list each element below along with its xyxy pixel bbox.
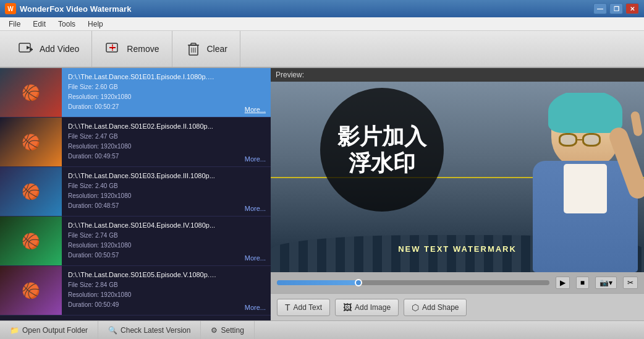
file-duration: Duration: 00:50:49 xyxy=(68,300,234,310)
add-text-label: Add Text xyxy=(294,303,322,312)
thumbnail-image: 🏀 xyxy=(0,167,62,216)
clear-button[interactable]: Clear xyxy=(172,31,240,67)
watermark-text-chinese: 影片加入 浮水印 xyxy=(337,123,426,176)
file-resolution: Resolution: 1920x1080 xyxy=(68,92,234,102)
file-more-button[interactable]: More... xyxy=(240,300,271,315)
image-icon: 🖼 xyxy=(343,303,352,312)
file-more-button[interactable]: More... xyxy=(240,201,271,216)
menu-tools[interactable]: Tools xyxy=(52,19,82,30)
progress-fill xyxy=(277,280,358,285)
play-button[interactable]: ▶ xyxy=(556,277,570,289)
file-resolution: Resolution: 1920x1080 xyxy=(68,191,234,201)
file-resolution: Resolution: 1920x1080 xyxy=(68,290,234,300)
status-bar: 📁 Open Output Folder 🔍 Check Latest Vers… xyxy=(0,320,644,339)
scissors-button[interactable]: ✂ xyxy=(623,277,638,289)
main-area: 🏀 D:\.\The.Last.Dance.S01E01.Episode.I.1… xyxy=(0,68,644,320)
remove-button[interactable]: Remove xyxy=(92,31,172,67)
preview-area: Preview: 影片加入 浮水印 NEW TEXT WATERMARK xyxy=(271,68,644,320)
file-thumbnail: 🏀 xyxy=(0,167,62,216)
file-resolution: Resolution: 1920x1080 xyxy=(68,241,234,251)
menu-edit[interactable]: Edit xyxy=(27,19,52,30)
search-icon: 🔍 xyxy=(108,326,117,335)
thumbnail-image: 🏀 xyxy=(0,217,62,265)
file-info: D:\.\The.Last.Dance.S01E03.Episode.III.1… xyxy=(62,167,240,216)
video-scene: 影片加入 浮水印 NEW TEXT WATERMARK xyxy=(271,82,644,272)
title-bar: W WonderFox Video Watermark — ❐ ✕ xyxy=(0,0,644,17)
close-button[interactable]: ✕ xyxy=(625,3,639,14)
file-name: D:\.\The.Last.Dance.S01E03.Episode.III.1… xyxy=(68,172,216,179)
list-item[interactable]: 🏀 D:\.\The.Last.Dance.S01E01.Episode.I.1… xyxy=(0,68,271,118)
file-name: D:\.\The.Last.Dance.S01E04.Episode.IV.10… xyxy=(68,221,216,229)
text-icon: T xyxy=(285,303,290,312)
menu-bar: File Edit Tools Help xyxy=(0,17,644,31)
file-size: File Size: 2.84 GB xyxy=(68,280,234,290)
list-item[interactable]: 🏀 D:\.\The.Last.Dance.S01E04.Episode.IV.… xyxy=(0,217,271,266)
file-duration: Duration: 00:49:57 xyxy=(68,152,234,161)
file-thumbnail: 🏀 xyxy=(0,118,62,166)
add-video-icon xyxy=(17,40,35,58)
watermark-tools: T Add Text 🖼 Add Image ⬡ Add Shape xyxy=(271,293,644,320)
file-thumbnail: 🏀 xyxy=(0,217,62,265)
list-item[interactable]: 🏀 D:\.\The.Last.Dance.S01E03.Episode.III… xyxy=(0,167,271,217)
file-info: D:\.\The.Last.Dance.S01E05.Episode.V.108… xyxy=(62,266,240,315)
remove-icon xyxy=(104,40,122,58)
progress-bar[interactable] xyxy=(277,280,549,285)
remove-label: Remove xyxy=(127,44,159,54)
add-video-button[interactable]: Add Video xyxy=(5,31,92,67)
stop-button[interactable]: ■ xyxy=(576,277,589,289)
title-controls: — ❐ ✕ xyxy=(593,3,639,14)
menu-help[interactable]: Help xyxy=(82,19,109,30)
check-version-label: Check Latest Version xyxy=(121,326,190,335)
camera-icon: 📷▾ xyxy=(600,278,612,287)
svg-rect-9 xyxy=(191,43,196,45)
file-size: File Size: 2.60 GB xyxy=(68,82,234,92)
open-output-button[interactable]: 📁 Open Output Folder xyxy=(0,321,98,339)
file-thumbnail: 🏀 xyxy=(0,266,62,315)
file-size: File Size: 2.74 GB xyxy=(68,231,234,241)
file-name: D:\.\The.Last.Dance.S01E02.Episode.II.10… xyxy=(68,122,216,130)
file-name: D:\.\The.Last.Dance.S01E01.Episode.I.108… xyxy=(68,73,216,80)
file-more-button[interactable]: More... xyxy=(240,251,271,265)
add-shape-button[interactable]: ⬡ Add Shape xyxy=(404,299,467,316)
scissors-icon: ✂ xyxy=(627,278,633,287)
file-meta: File Size: 2.60 GB Resolution: 1920x1080… xyxy=(68,82,234,112)
add-video-label: Add Video xyxy=(40,44,79,54)
file-resolution: Resolution: 1920x1080 xyxy=(68,142,234,152)
file-info: D:\.\The.Last.Dance.S01E02.Episode.II.10… xyxy=(62,118,240,166)
setting-button[interactable]: ⚙ Setting xyxy=(201,321,254,339)
list-item[interactable]: 🏀 D:\.\The.Last.Dance.S01E02.Episode.II.… xyxy=(0,118,271,167)
app-icon: W xyxy=(5,3,16,14)
minimize-button[interactable]: — xyxy=(593,3,607,14)
progress-dot xyxy=(355,279,362,286)
file-more-button[interactable]: More... xyxy=(240,152,271,166)
file-meta: File Size: 2.47 GB Resolution: 1920x1080… xyxy=(68,132,234,161)
check-version-button[interactable]: 🔍 Check Latest Version xyxy=(98,321,201,339)
file-duration: Duration: 00:50:27 xyxy=(68,102,234,112)
add-shape-label: Add Shape xyxy=(422,303,459,312)
setting-label: Setting xyxy=(221,326,244,335)
open-output-label: Open Output Folder xyxy=(22,326,88,335)
clear-icon xyxy=(185,40,202,58)
character-image xyxy=(514,93,644,272)
gear-icon: ⚙ xyxy=(211,326,218,335)
file-name: D:\.\The.Last.Dance.S01E05.Episode.V.108… xyxy=(68,271,216,278)
add-text-button[interactable]: T Add Text xyxy=(277,299,330,316)
menu-file[interactable]: File xyxy=(2,19,27,30)
toolbar: Add Video Remove Clear xyxy=(0,31,644,68)
file-more-button[interactable]: More... xyxy=(240,102,271,117)
folder-icon: 📁 xyxy=(10,326,19,335)
file-duration: Duration: 00:50:57 xyxy=(68,251,234,260)
restore-button[interactable]: ❐ xyxy=(609,3,623,14)
list-item[interactable]: 🏀 D:\.\The.Last.Dance.S01E05.Episode.V.1… xyxy=(0,266,271,315)
screenshot-button[interactable]: 📷▾ xyxy=(595,277,617,289)
file-meta: File Size: 2.74 GB Resolution: 1920x1080… xyxy=(68,231,234,260)
file-list[interactable]: 🏀 D:\.\The.Last.Dance.S01E01.Episode.I.1… xyxy=(0,68,271,320)
file-meta: File Size: 2.40 GB Resolution: 1920x1080… xyxy=(68,181,234,211)
thumbnail-image: 🏀 xyxy=(0,266,62,315)
file-info: D:\.\The.Last.Dance.S01E01.Episode.I.108… xyxy=(62,68,240,117)
file-duration: Duration: 00:48:57 xyxy=(68,201,234,211)
thumbnail-image: 🏀 xyxy=(0,68,62,117)
add-image-button[interactable]: 🖼 Add Image xyxy=(335,299,399,316)
preview-video: 影片加入 浮水印 NEW TEXT WATERMARK xyxy=(271,82,644,272)
file-size: File Size: 2.47 GB xyxy=(68,132,234,142)
